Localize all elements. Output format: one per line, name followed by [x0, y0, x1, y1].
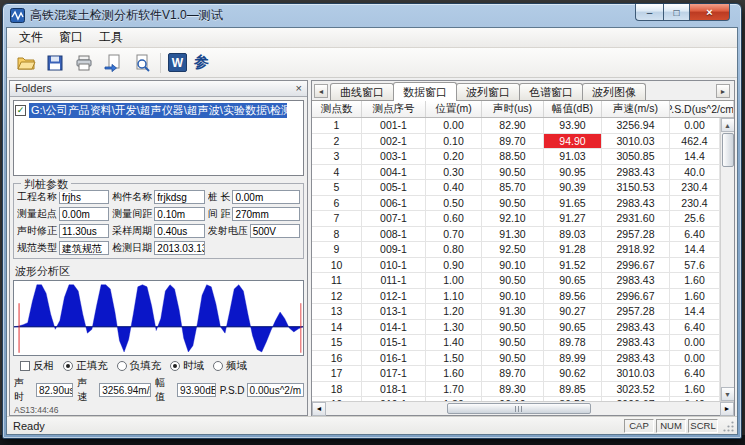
time-domain-control[interactable]: 时域 [170, 359, 204, 373]
invert-control[interactable]: 反相 [20, 359, 54, 373]
table-cell: 1.60 [670, 382, 720, 398]
param-value-field[interactable]: 500V [250, 224, 300, 238]
fill-negative-radio[interactable] [117, 361, 127, 371]
param-value-field[interactable]: 0.00m [59, 207, 109, 221]
horizontal-scrollbar[interactable]: ◄ ► [312, 401, 734, 415]
scroll-right-icon[interactable]: ► [720, 402, 734, 416]
table-row[interactable]: 6006-10.5090.5091.652983.43230.4 [312, 196, 720, 212]
table-row[interactable]: 17017-11.6089.7090.623010.036.40 [312, 366, 720, 382]
table-row[interactable]: 2002-10.1089.7094.903010.03462.4 [312, 134, 720, 150]
titlebar[interactable]: 高铁混凝土检测分析软件V1.0—测试 – □ × [6, 4, 738, 27]
table-cell: 90.50 [482, 165, 544, 181]
table-cell: 89.03 [544, 227, 602, 243]
table-row[interactable]: 5005-10.4085.7090.393150.53230.4 [312, 180, 720, 196]
tab-scroll-left-icon[interactable]: ◄ [314, 84, 328, 98]
param-value-field[interactable]: 建筑规范 [59, 241, 109, 255]
param-value-field[interactable]: 270mm [232, 207, 300, 221]
table-row[interactable]: 7007-10.6092.1091.272931.6025.6 [312, 211, 720, 227]
menu-item-0[interactable]: 文件 [11, 28, 51, 47]
param-value-field[interactable]: 0.40us [154, 224, 204, 238]
menu-item-1[interactable]: 窗口 [51, 28, 91, 47]
fill-positive-control[interactable]: 正填充 [63, 359, 108, 373]
table-cell: 90.50 [482, 273, 544, 289]
table-cell: 3150.53 [602, 180, 670, 196]
param-value-field[interactable]: 0.00m [232, 190, 300, 204]
freq-domain-radio[interactable] [213, 361, 223, 371]
table-header-cell[interactable]: 声时(us) [482, 101, 544, 117]
scroll-down-icon[interactable]: ▼ [721, 387, 735, 401]
readout-value-field[interactable]: 93.90dB [177, 383, 216, 397]
table-header-cell[interactable]: 幅值(dB) [544, 101, 602, 117]
scroll-up-icon[interactable]: ▲ [721, 118, 735, 132]
param-field-2: 桩 长0.00m [208, 190, 300, 204]
freq-domain-control[interactable]: 频域 [213, 359, 247, 373]
table-row[interactable]: 4004-10.3090.5090.952983.4340.0 [312, 165, 720, 181]
table-row[interactable]: 8008-10.7091.3089.032957.286.40 [312, 227, 720, 243]
table-cell: 94.90 [544, 134, 602, 150]
readout-value-field[interactable]: 0.00us^2/m [247, 383, 304, 397]
table-header-cell[interactable]: P.S.D(us^2/cm) [670, 101, 734, 117]
app-icon [10, 8, 25, 23]
close-button[interactable]: × [690, 4, 730, 21]
table-row[interactable]: 11011-11.0090.5090.652983.431.60 [312, 273, 720, 289]
table-row[interactable]: 18018-11.7089.3089.853023.521.60 [312, 382, 720, 398]
table-header-cell[interactable]: 测点序号 [362, 101, 426, 117]
resize-grip[interactable] [722, 419, 735, 432]
word-export-button[interactable]: W [168, 53, 187, 72]
table-header-cell[interactable]: 声速(m/s) [602, 101, 670, 117]
table-row[interactable]: 13013-11.2091.3090.272957.2814.4 [312, 304, 720, 320]
maximize-button[interactable]: □ [663, 4, 690, 21]
time-domain-radio[interactable] [170, 361, 180, 371]
horizontal-scroll-thumb[interactable] [447, 403, 590, 414]
param-value-field[interactable]: frjhs [59, 190, 109, 204]
waveform-chart[interactable] [13, 280, 304, 356]
folders-panel-title: Folders [15, 82, 52, 94]
tab-1[interactable]: 数据窗口 [393, 82, 457, 101]
param-value-field[interactable]: 11.30us [59, 224, 109, 238]
table-header-cell[interactable]: 位置(m) [426, 101, 482, 117]
invert-checkbox[interactable] [20, 361, 30, 371]
table-row[interactable]: 12012-11.1090.1089.562996.671.60 [312, 289, 720, 305]
table-row[interactable]: 3003-10.2088.5091.033050.8514.4 [312, 149, 720, 165]
table-cell: 018-1 [362, 382, 426, 398]
tab-4[interactable]: 波列图像 [582, 83, 646, 100]
param-value-field[interactable]: 2013.03.13 [154, 241, 204, 255]
readout-value-field[interactable]: 3256.94m/s [99, 383, 151, 397]
tab-scroll-right-icon[interactable]: ► [716, 84, 730, 98]
fill-positive-radio[interactable] [63, 361, 73, 371]
vertical-scroll-thumb[interactable] [722, 133, 734, 167]
table-row[interactable]: 1001-10.0082.9093.903256.940.00 [312, 118, 720, 134]
export-button[interactable] [102, 52, 124, 74]
save-button[interactable] [44, 52, 66, 74]
param-label: 采样周期 [112, 224, 152, 238]
table-row[interactable]: 15015-11.4090.5089.782983.430.00 [312, 335, 720, 351]
tab-3[interactable]: 色谱窗口 [519, 83, 583, 100]
tree-item[interactable]: ✓ G:\公司产品资料\开发\超声仪器\超声波\实验数据\检测时间cd\p003… [15, 103, 302, 118]
table-row[interactable]: 10010-10.9090.1091.522996.6757.6 [312, 258, 720, 274]
tab-2[interactable]: 波列窗口 [456, 83, 520, 100]
table-header-cell[interactable]: 测点数 [312, 101, 362, 117]
table-row[interactable]: 9009-10.8092.5091.282918.9214.4 [312, 242, 720, 258]
open-file-button[interactable] [15, 52, 37, 74]
minimize-button[interactable]: – [635, 4, 663, 21]
param-label: 检测日期 [112, 241, 152, 255]
readout-value-field[interactable]: 82.90us [36, 383, 73, 397]
table-row[interactable]: 16016-11.5090.5089.992983.430.00 [312, 351, 720, 367]
vertical-scrollbar[interactable]: ▲ ▼ [720, 118, 734, 401]
scroll-left-icon[interactable]: ◄ [312, 402, 326, 416]
print-button[interactable] [73, 52, 95, 74]
menu-item-2[interactable]: 工具 [91, 28, 131, 47]
checkbox-checked-icon[interactable]: ✓ [15, 105, 26, 116]
table-cell: 0.30 [426, 165, 482, 181]
param-value-field[interactable]: 0.10m [154, 207, 204, 221]
fill-negative-control[interactable]: 负填充 [117, 359, 162, 373]
table-row[interactable]: 14014-11.3090.5090.652983.436.40 [312, 320, 720, 336]
folders-close-icon[interactable]: × [296, 83, 302, 94]
param-value-field[interactable]: frjkdsg [154, 190, 204, 204]
print-preview-button[interactable] [131, 52, 153, 74]
table-cell: 001-1 [362, 118, 426, 134]
tab-0[interactable]: 曲线窗口 [330, 83, 394, 100]
param-field-0: 工程名称frjhs [17, 190, 109, 204]
tree-item-label[interactable]: G:\公司产品资料\开发\超声仪器\超声波\实验数据\检测时间cd\p003\p… [29, 103, 287, 118]
parameters-button[interactable]: 参 [194, 53, 209, 72]
